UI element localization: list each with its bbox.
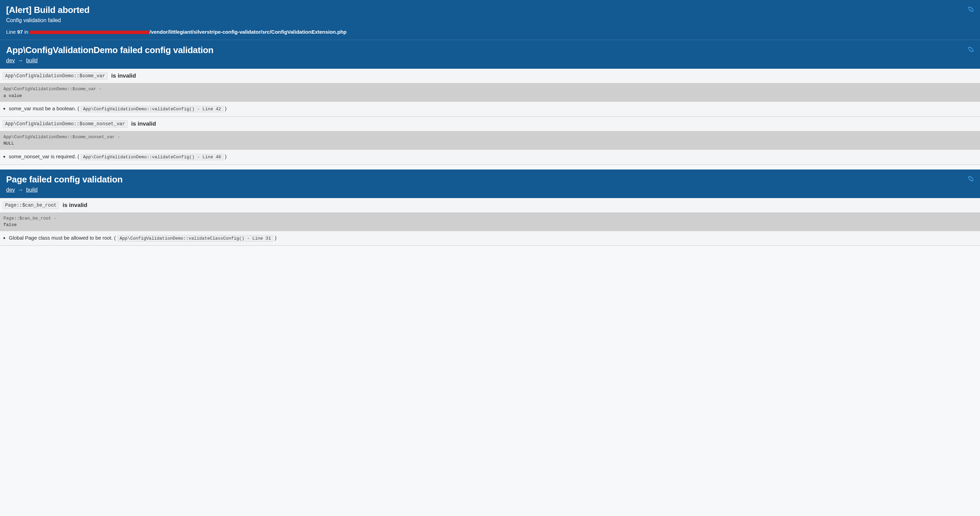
section-header: App\ConfigValidationDemo failed config v… (0, 40, 980, 69)
breadcrumb-build-link[interactable]: build (26, 57, 38, 63)
message-text: some_nonset_var is required. ( (9, 153, 79, 159)
validation-messages: some_nonset_var is required. ( App\Confi… (0, 150, 980, 164)
validation-messages: Global Page class must be allowed to be … (0, 231, 980, 246)
dump-value: false (3, 222, 17, 227)
message-trace: App\ConfigValidationDemo::validateClassC… (118, 235, 274, 242)
silverstripe-icon (967, 46, 975, 53)
dump-value: NULL (3, 141, 14, 146)
invalid-label: is invalid (111, 73, 136, 79)
validation-subheader: Page::$can_be_root is invalid (0, 198, 980, 212)
breadcrumb: dev → build (6, 57, 974, 64)
section-title: Page failed config validation (6, 174, 974, 185)
dump-key: Page::$can_be_root - (3, 216, 56, 221)
alert-subtitle: Config validation failed (6, 18, 974, 24)
line-in: in (24, 29, 28, 35)
validation-item: App\ConfigValidationDemo::$some_nonset_v… (0, 117, 980, 164)
file-path: /vendor/littlegiant/silverstripe-config-… (150, 29, 347, 35)
config-key-code: App\ConfigValidationDemo::$some_var (3, 72, 108, 80)
invalid-label: is invalid (131, 121, 156, 127)
section-gap (0, 165, 980, 169)
validation-item: Page::$can_be_root is invalid Page::$can… (0, 198, 980, 246)
alert-line-info: Line 97 in /vendor/littlegiant/silverstr… (6, 29, 974, 35)
breadcrumb-dev-link[interactable]: dev (6, 187, 15, 193)
message-after: ) (225, 105, 227, 111)
config-key-code: App\ConfigValidationDemo::$some_nonset_v… (3, 120, 127, 127)
validation-item: App\ConfigValidationDemo::$some_var is i… (0, 69, 980, 116)
divider (0, 245, 980, 246)
validation-messages: some_var must be a boolean. ( App\Config… (0, 102, 980, 116)
dump-value: a value (3, 93, 22, 98)
config-key-code: Page::$can_be_root (3, 202, 59, 209)
validation-message: Global Page class must be allowed to be … (9, 234, 977, 242)
silverstripe-icon (967, 5, 975, 13)
validation-subheader: App\ConfigValidationDemo::$some_var is i… (0, 69, 980, 83)
validation-subheader: App\ConfigValidationDemo::$some_nonset_v… (0, 117, 980, 131)
section-header: Page failed config validation dev → buil… (0, 169, 980, 198)
message-text: Global Page class must be allowed to be … (9, 235, 116, 240)
silverstripe-icon (967, 175, 975, 182)
breadcrumb-arrow: → (18, 57, 23, 63)
section-title: App\ConfigValidationDemo failed config v… (6, 45, 974, 56)
breadcrumb-arrow: → (18, 187, 23, 193)
line-prefix: Line (6, 29, 16, 35)
line-number: 97 (18, 29, 23, 35)
breadcrumb-build-link[interactable]: build (26, 187, 38, 193)
validation-message: some_var must be a boolean. ( App\Config… (9, 105, 977, 113)
alert-title: [Alert] Build aborted (6, 5, 974, 15)
dump-key: App\ConfigValidationDemo::$some_nonset_v… (3, 134, 120, 140)
validation-message: some_nonset_var is required. ( App\Confi… (9, 153, 977, 161)
alert-header: [Alert] Build aborted Config validation … (0, 0, 980, 40)
message-trace: App\ConfigValidationDemo::validateConfig… (81, 106, 224, 112)
invalid-label: is invalid (63, 202, 88, 208)
config-dump: Page::$can_be_root - false (0, 212, 980, 231)
breadcrumb: dev → build (6, 187, 974, 193)
message-after: ) (275, 235, 276, 240)
dump-key: App\ConfigValidationDemo::$some_var - (3, 86, 102, 92)
message-trace: App\ConfigValidationDemo::validateConfig… (81, 154, 224, 160)
redacted-path (30, 31, 149, 34)
config-dump: App\ConfigValidationDemo::$some_nonset_v… (0, 131, 980, 150)
message-after: ) (225, 153, 227, 159)
breadcrumb-dev-link[interactable]: dev (6, 57, 15, 63)
message-text: some_var must be a boolean. ( (9, 105, 79, 111)
config-dump: App\ConfigValidationDemo::$some_var - a … (0, 83, 980, 102)
